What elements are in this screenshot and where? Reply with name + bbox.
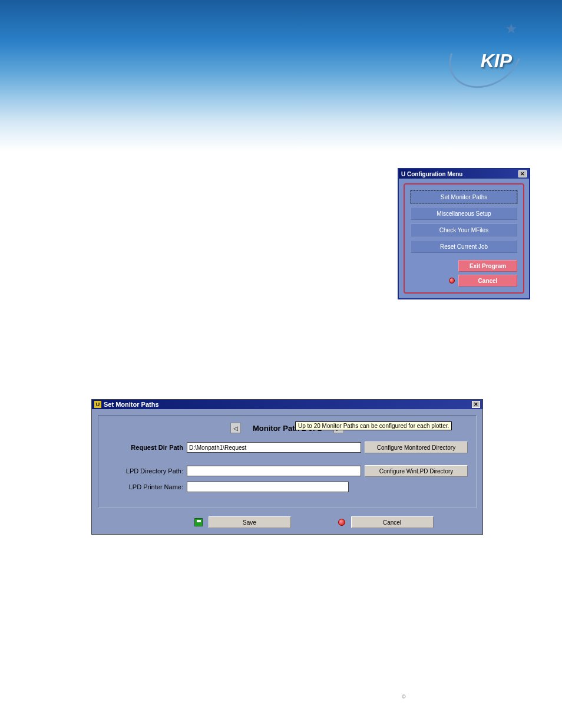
check-mfiles-button[interactable]: Check Your MFiles — [411, 223, 517, 236]
config-menu-titlebar: U Configuration Menu ✕ — [399, 169, 529, 179]
monitor-paths-titlebar: U Set Monitor Paths ✕ — [92, 400, 482, 409]
lpd-printer-input[interactable] — [187, 482, 349, 492]
cancel-indicator-icon — [338, 519, 345, 526]
monitor-paths-title: Set Monitor Paths — [104, 401, 159, 408]
prev-path-button[interactable]: ◁ — [230, 423, 241, 433]
star-icon: ★ — [505, 21, 518, 37]
request-dir-label: Request Dir Path — [107, 444, 183, 451]
tooltip: Up to 20 Monitor Paths can be configured… — [295, 421, 452, 430]
save-button[interactable]: Save — [209, 516, 291, 528]
reset-current-job-button[interactable]: Reset Current Job — [411, 240, 517, 253]
configure-winlpd-directory-button[interactable]: Configure WinLPD Directory — [365, 465, 468, 477]
configuration-menu-dialog: U Configuration Menu ✕ Set Monitor Paths… — [398, 168, 530, 299]
copyright-symbol: © — [402, 694, 406, 700]
page-header-band: ★ KIP — [0, 0, 562, 103]
exit-program-button[interactable]: Exit Program — [458, 260, 517, 272]
lpd-directory-label: LPD Directory Path: — [107, 467, 183, 475]
lpd-directory-input[interactable] — [187, 466, 361, 476]
kip-logo: ★ KIP — [444, 18, 527, 88]
monitor-cancel-button[interactable]: Cancel — [351, 516, 434, 528]
cancel-indicator-icon — [449, 278, 455, 284]
app-icon: U — [94, 401, 101, 408]
config-cancel-button[interactable]: Cancel — [458, 275, 517, 286]
triangle-left-icon: ◁ — [233, 425, 238, 431]
logo-text: KIP — [481, 50, 512, 72]
monitor-paths-frame: ◁ Monitor Path 1 of 1 ▷ Up to 20 Monitor… — [98, 415, 477, 508]
config-menu-title: Configuration Menu — [407, 171, 462, 177]
set-monitor-paths-dialog: U Set Monitor Paths ✕ ◁ Monitor Path 1 o… — [91, 399, 483, 535]
close-icon[interactable]: ✕ — [518, 170, 527, 177]
configure-monitored-directory-button[interactable]: Configure Monitored Directory — [365, 442, 468, 453]
lpd-printer-label: LPD Printer Name: — [107, 483, 183, 490]
config-menu-frame: Set Monitor Paths Miscellaneous Setup Ch… — [404, 183, 524, 294]
app-icon: U — [401, 171, 405, 177]
close-icon[interactable]: ✕ — [472, 401, 480, 408]
save-disk-icon — [194, 518, 203, 526]
set-monitor-paths-button[interactable]: Set Monitor Paths — [411, 190, 517, 203]
request-dir-input[interactable] — [187, 442, 361, 453]
header-fade — [0, 103, 562, 150]
miscellaneous-setup-button[interactable]: Miscellaneous Setup — [411, 207, 517, 220]
